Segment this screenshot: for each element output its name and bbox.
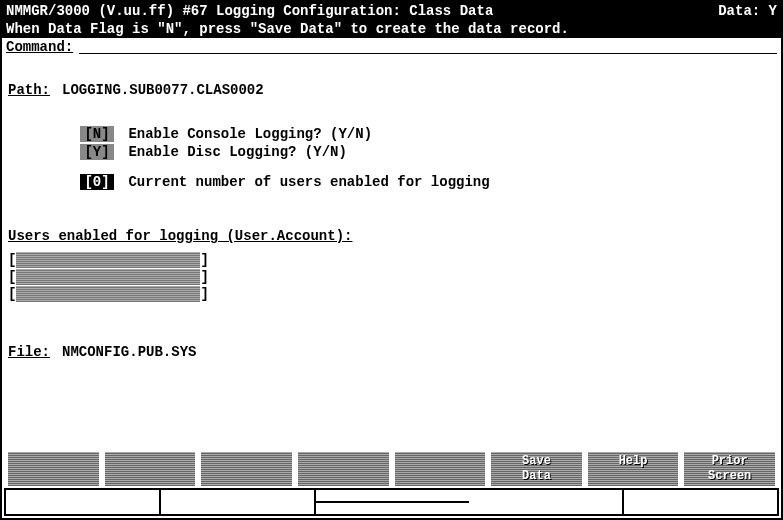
user-count-label: Current number of users enabled for logg…: [128, 174, 489, 190]
bottom-seg-5: [624, 490, 777, 514]
function-key-row: SaveData Help PriorScreen: [4, 452, 779, 486]
fkey-3[interactable]: [201, 452, 292, 486]
fkey-help[interactable]: Help: [588, 452, 679, 486]
fkey-prior-screen[interactable]: PriorScreen: [684, 452, 775, 486]
console-logging-field[interactable]: [N]: [80, 126, 114, 142]
bottom-seg-mid: [316, 490, 469, 514]
user-field-2[interactable]: [16, 269, 200, 285]
command-input[interactable]: [79, 40, 777, 54]
hint-bar: When Data Flag is "N", press "Save Data"…: [2, 20, 781, 38]
fkey-5[interactable]: [395, 452, 486, 486]
bottom-seg-1: [6, 490, 161, 514]
disc-logging-label: Enable Disc Logging? (Y/N): [128, 144, 346, 160]
bottom-status-bar: [4, 488, 779, 516]
console-logging-label: Enable Console Logging? (Y/N): [128, 126, 372, 142]
screen-title: NMMGR/3000 (V.uu.ff) #67 Logging Configu…: [6, 3, 493, 19]
fkey-4[interactable]: [298, 452, 389, 486]
user-field-row: []: [8, 252, 775, 268]
data-flag: Data: Y: [718, 3, 777, 19]
fkey-1[interactable]: [8, 452, 99, 486]
command-label: Command:: [6, 39, 73, 55]
user-field-row: []: [8, 269, 775, 285]
command-line: Command:: [2, 38, 781, 56]
title-bar: NMMGR/3000 (V.uu.ff) #67 Logging Configu…: [2, 2, 781, 20]
bottom-seg-2: [161, 490, 316, 514]
file-label: File:: [8, 344, 50, 360]
fkey-save-data[interactable]: SaveData: [491, 452, 582, 486]
disc-logging-field[interactable]: [Y]: [80, 144, 114, 160]
user-field-row: []: [8, 286, 775, 302]
fkey-2[interactable]: [105, 452, 196, 486]
bottom-seg-4: [469, 490, 624, 514]
path-value: LOGGING.SUB0077.CLAS0002: [62, 82, 264, 98]
path-label: Path:: [8, 82, 50, 98]
users-section-label: Users enabled for logging (User.Account)…: [8, 228, 775, 244]
user-count-field: [0]: [80, 174, 114, 190]
user-field-1[interactable]: [16, 252, 200, 268]
user-field-3[interactable]: [16, 286, 200, 302]
file-value: NMCONFIG.PUB.SYS: [62, 344, 196, 360]
